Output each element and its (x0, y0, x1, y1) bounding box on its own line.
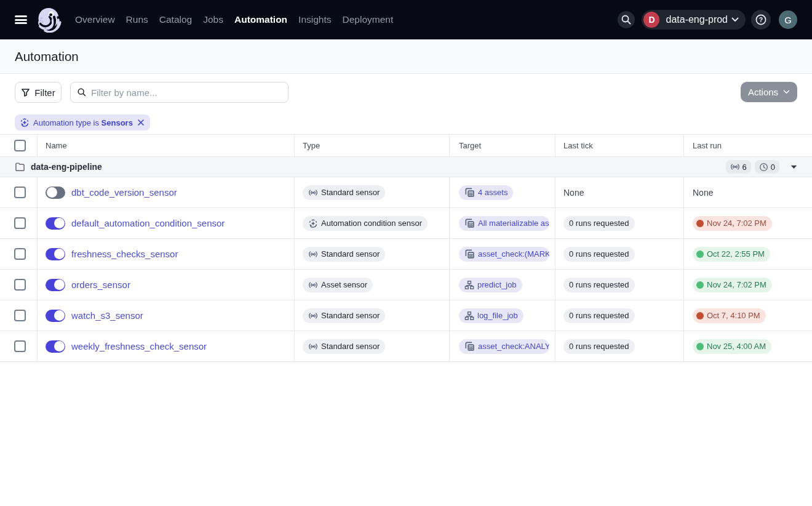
svg-text:?: ? (759, 16, 763, 23)
